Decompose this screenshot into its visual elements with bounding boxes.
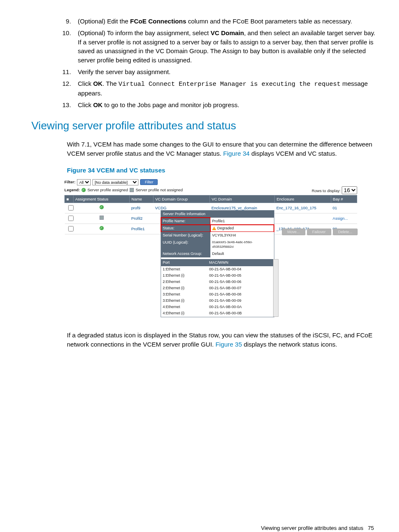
legend-not-assigned: Server profile not assigned <box>136 187 183 193</box>
col-domain-group[interactable]: VC Domain Group <box>153 195 210 203</box>
filter-label: Filter: <box>64 179 75 185</box>
step-11: Verify the server bay assignment. <box>73 67 378 77</box>
row-checkbox[interactable] <box>68 216 74 221</box>
rows-display-select[interactable]: 16 <box>342 186 357 194</box>
scrollbar[interactable] <box>273 259 279 316</box>
figure-34-screenshot: Filter: All [No data available] Filter L… <box>64 179 357 234</box>
col-domain[interactable]: VC Domain <box>210 195 274 203</box>
step-13: Click OK to go to the Jobs page and moni… <box>73 100 378 110</box>
step-12: Click OK. The Virtual Connect Enterprise… <box>73 79 378 98</box>
step-10: (Optional) To inform the bay assignment,… <box>73 28 378 65</box>
filter-button[interactable]: Filter <box>140 179 158 185</box>
instruction-list: (Optional) Edit the FCoE Connections col… <box>38 17 378 110</box>
row-checkbox[interactable] <box>68 205 74 211</box>
col-assignment[interactable]: Assignment Status <box>73 195 130 203</box>
warning-icon <box>212 226 216 230</box>
failover-button[interactable]: Failover <box>307 229 331 235</box>
status-degraded-cell: Degraded <box>210 225 274 232</box>
figure-34-caption: Figure 34 VCEM and VC statuses <box>38 166 378 175</box>
legend-assigned: Server profile assigned <box>87 187 128 193</box>
ports-table: PortMAC/WWN 1:Ethernet00-21-5A-9B-00-04 … <box>161 259 274 316</box>
after-figure-paragraph: If a degraded status icon is displayed i… <box>38 331 378 349</box>
move-button[interactable]: Move... <box>282 229 305 235</box>
status-na-icon <box>100 216 104 220</box>
page-footer: Viewing server profile attributes and st… <box>38 524 378 532</box>
col-bay[interactable]: Bay # <box>331 195 357 203</box>
profile-info-popover: Server Profile Information Profile Name:… <box>161 210 274 317</box>
status-ok-icon <box>100 205 104 209</box>
intro-paragraph: With 7.1, VCEM has made some changes to … <box>38 140 378 158</box>
col-checkbox[interactable]: ■ <box>65 195 74 203</box>
col-enclosure[interactable]: Enclosure <box>275 195 331 203</box>
assigned-icon <box>82 188 86 192</box>
status-ok-icon <box>100 226 104 230</box>
row-checkbox[interactable] <box>68 226 74 231</box>
col-name[interactable]: Name <box>130 195 153 203</box>
delete-button[interactable]: Delete... <box>333 229 358 235</box>
figure-35-link[interactable]: Figure 35 <box>215 341 242 348</box>
filter-nodata-select[interactable]: [No data available] <box>92 179 138 185</box>
figure-34-link[interactable]: Figure 34 <box>223 150 250 157</box>
filter-all-select[interactable]: All <box>77 179 91 185</box>
legend-label: Legend: <box>64 187 80 193</box>
not-assigned-icon <box>130 188 134 192</box>
popover-title: Server Profile Information <box>161 211 274 218</box>
rows-display-label: Rows to display: <box>312 188 340 193</box>
step-9: (Optional) Edit the FCoE Connections col… <box>73 17 378 26</box>
section-heading: Viewing server profile attributes and st… <box>31 118 378 134</box>
